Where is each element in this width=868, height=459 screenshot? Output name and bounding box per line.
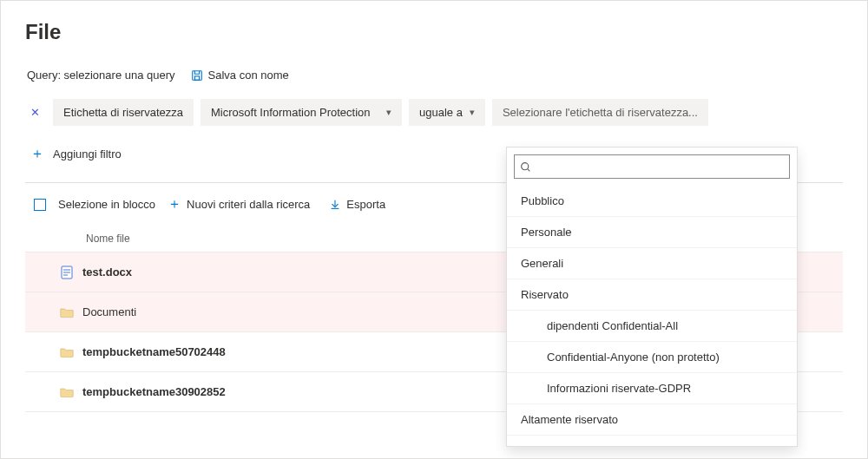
column-header-filename-label: Nome file	[86, 233, 130, 245]
filter-operator-chip[interactable]: uguale a ▾	[409, 99, 485, 126]
filter-attribute-chip[interactable]: Etichetta di riservatezza	[53, 99, 194, 126]
download-icon	[329, 199, 341, 211]
filter-value-placeholder: Selezionare l'etichetta di riservatezza.…	[503, 106, 698, 119]
save-as-label: Salva con nome	[208, 69, 289, 82]
dropdown-option[interactable]: dipendenti Confidential-All	[507, 311, 797, 342]
dropdown-search-box[interactable]	[514, 154, 790, 179]
export-label: Esporta	[346, 198, 385, 211]
plus-icon: ＋	[168, 195, 181, 213]
filter-provider-chip[interactable]: Microsoft Information Protection ▾	[201, 99, 402, 126]
filter-value-chip[interactable]: Selezionare l'etichetta di riservatezza.…	[492, 99, 708, 126]
bulk-select-action[interactable]: Selezione in blocco	[58, 198, 155, 211]
new-policy-label: Nuovi criteri dalla ricerca	[187, 198, 310, 211]
search-icon	[520, 161, 531, 173]
dropdown-option[interactable]: Pubblico	[507, 186, 797, 217]
dropdown-option[interactable]: Informazioni riservate-GDPR	[507, 373, 797, 404]
filename-label: tempbucketname50702448	[82, 345, 226, 358]
bulk-select-checkbox[interactable]	[34, 199, 46, 211]
filter-provider-label: Microsoft Information Protection	[211, 106, 371, 119]
dropdown-option[interactable]: Altamente riservato	[507, 404, 797, 436]
query-label: Query: selezionare una query	[27, 69, 175, 82]
filter-attribute-label: Etichetta di riservatezza	[63, 106, 183, 119]
new-policy-action[interactable]: ＋ Nuovi criteri dalla ricerca	[168, 195, 310, 213]
filename-label: test.docx	[82, 266, 132, 279]
dropdown-option[interactable]: Riservato	[507, 279, 797, 311]
dropdown-option[interactable]: Generali	[507, 248, 797, 279]
dropdown-option[interactable]: Personale	[507, 217, 797, 248]
folder-icon	[51, 386, 82, 398]
remove-filter-button[interactable]: ✕	[30, 106, 46, 119]
svg-point-3	[522, 162, 529, 169]
svg-rect-1	[194, 75, 199, 79]
dropdown-search-input[interactable]	[536, 160, 784, 174]
plus-icon: ＋	[30, 145, 44, 163]
folder-icon	[51, 306, 82, 318]
page-title: File	[25, 20, 843, 44]
sensitivity-label-dropdown: PubblicoPersonaleGeneraliRiservatodipend…	[506, 147, 798, 447]
chevron-down-icon: ▾	[470, 107, 475, 118]
folder-icon	[51, 346, 82, 358]
add-filter-label: Aggiungi filtro	[53, 148, 122, 161]
save-icon	[191, 69, 203, 82]
filename-label: Documenti	[82, 305, 136, 318]
dropdown-option[interactable]: Highly Confidential-All Employees	[507, 436, 797, 446]
chevron-down-icon: ▾	[386, 107, 391, 118]
dropdown-option[interactable]: Confidential-Anyone (non protetto)	[507, 342, 797, 373]
filter-operator-label: uguale a	[419, 106, 463, 119]
export-action[interactable]: Esporta	[329, 198, 385, 211]
bulk-select-label: Selezione in blocco	[58, 198, 155, 211]
save-as-link[interactable]: Salva con nome	[191, 69, 289, 82]
document-icon	[51, 266, 82, 279]
filename-label: tempbucketname30902852	[82, 385, 226, 398]
svg-rect-0	[192, 70, 201, 80]
